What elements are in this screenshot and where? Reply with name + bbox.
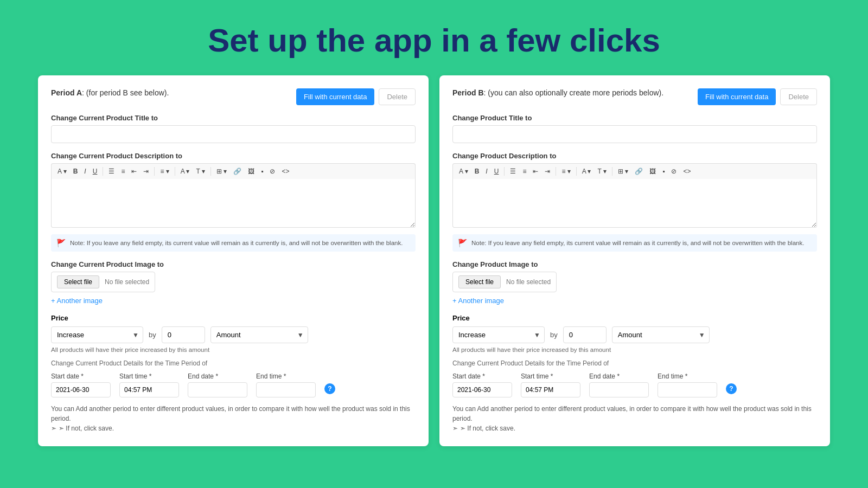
toolbar-ul-b[interactable]: ☰ <box>507 166 519 177</box>
toolbar-ol-a[interactable]: ≡ <box>118 166 127 177</box>
panel-a-buttons: Fill with current data Delete <box>296 88 416 105</box>
date-row-a: Start date * Start time * End date * End… <box>51 373 416 397</box>
desc-textarea-b[interactable] <box>452 179 817 228</box>
panel-b: Period B: (you can also optionally creat… <box>439 75 830 446</box>
flag-icon-b: 🚩 <box>458 239 467 247</box>
toolbar-indent-a[interactable]: ⇥ <box>141 166 151 177</box>
by-label-a: by <box>149 331 156 339</box>
title-section-b: Change Product Title to <box>452 114 817 143</box>
start-date-field-b: Start date * <box>452 373 512 397</box>
editor-toolbar-a: A ▾ B I U ☰ ≡ ⇤ ⇥ ≡ ▾ A ▾ T ▾ ⊞ ▾ 🔗 🖼 ▪ … <box>51 163 416 179</box>
toolbar-italic-b[interactable]: I <box>483 166 490 177</box>
end-time-field-a: End time * <box>256 373 316 397</box>
start-time-input-b[interactable] <box>521 382 580 397</box>
desc-textarea-a[interactable] <box>51 179 416 228</box>
fill-current-data-button-b[interactable]: Fill with current data <box>698 88 776 105</box>
increase-dropdown-wrapper-b: Increase ▼ <box>452 326 545 343</box>
toolbar-highlight-b[interactable]: T ▾ <box>595 166 609 177</box>
toolbar-font-b[interactable]: A ▾ <box>456 166 471 177</box>
delete-button-b[interactable]: Delete <box>780 88 817 105</box>
end-date-input-b[interactable] <box>589 382 649 397</box>
end-time-input-a[interactable] <box>256 382 316 397</box>
toolbar-link-a[interactable]: 🔗 <box>231 166 244 177</box>
toolbar-bold-a[interactable]: B <box>71 166 81 177</box>
toolbar-highlight-a[interactable]: T ▾ <box>193 166 207 177</box>
page-header: Set up the app in a few clicks <box>0 0 868 75</box>
end-date-label-a: End date * <box>188 373 247 380</box>
toolbar-color-a[interactable]: A ▾ <box>178 166 193 177</box>
add-image-link-b[interactable]: + Another image <box>452 297 504 305</box>
toolbar-underline-a[interactable]: U <box>90 166 100 177</box>
toolbar-clear-a[interactable]: ⊘ <box>267 166 278 177</box>
toolbar-code-a[interactable]: <> <box>279 166 292 177</box>
sep1-a <box>103 167 103 176</box>
toolbar-align-a[interactable]: ≡ ▾ <box>157 166 171 177</box>
toolbar-indent-b[interactable]: ⇥ <box>542 166 553 177</box>
toolbar-clear-b[interactable]: ⊘ <box>668 166 679 177</box>
end-time-input-b[interactable] <box>658 382 717 397</box>
price-label-b: Price <box>452 314 817 322</box>
panel-b-header: Period B: (you can also optionally creat… <box>452 88 817 105</box>
note-text-a: Note: If you leave any field empty, its … <box>70 239 403 247</box>
price-amount-input-b[interactable] <box>563 326 607 343</box>
start-time-field-b: Start time * <box>521 373 580 397</box>
image-label-a: Change Current Product Image to <box>51 260 416 268</box>
toolbar-outdent-a[interactable]: ⇤ <box>129 166 139 177</box>
price-amount-input-a[interactable] <box>162 326 205 343</box>
amount-select-a[interactable]: Amount <box>210 326 308 343</box>
toolbar-underline-b[interactable]: U <box>492 166 502 177</box>
toolbar-bold-b[interactable]: B <box>472 166 482 177</box>
toolbar-media-a[interactable]: ▪ <box>258 166 266 177</box>
title-label-a: Change Current Product Title to <box>51 114 416 122</box>
file-input-row-b: Select file No file selected <box>452 272 557 292</box>
file-input-row-a: Select file No file selected <box>51 272 155 292</box>
start-time-input-a[interactable] <box>119 382 179 397</box>
price-note-b: All products will have their price incre… <box>452 346 817 353</box>
increase-select-b[interactable]: Increase <box>452 326 545 343</box>
start-date-input-b[interactable] <box>452 382 512 397</box>
toolbar-table-a[interactable]: ⊞ ▾ <box>214 166 229 177</box>
title-input-b[interactable] <box>452 125 817 143</box>
toolbar-outdent-b[interactable]: ⇤ <box>530 166 541 177</box>
help-icon-b[interactable]: ? <box>726 383 737 394</box>
toolbar-font-a[interactable]: A ▾ <box>55 166 69 177</box>
toolbar-image-b[interactable]: 🖼 <box>647 166 659 177</box>
toolbar-ul-a[interactable]: ☰ <box>106 166 117 177</box>
price-section-b: Price Increase ▼ by Amount ▼ All produc <box>452 314 817 353</box>
start-date-label-a: Start date * <box>51 373 111 380</box>
time-period-section-a: Change Current Product Details for the T… <box>51 359 416 397</box>
time-period-label-a: Change Current Product Details for the T… <box>51 359 416 367</box>
add-image-link-a[interactable]: + Another image <box>51 297 103 305</box>
price-label-a: Price <box>51 314 416 322</box>
select-file-button-a[interactable]: Select file <box>57 275 99 288</box>
help-icon-a[interactable]: ? <box>324 383 335 394</box>
toolbar-code-b[interactable]: <> <box>680 166 693 177</box>
toolbar-color-b[interactable]: A ▾ <box>579 166 594 177</box>
by-label-b: by <box>550 331 558 339</box>
increase-select-a[interactable]: Increase <box>51 326 143 343</box>
delete-button-a[interactable]: Delete <box>379 88 416 105</box>
start-date-input-a[interactable] <box>51 382 111 397</box>
date-row-b: Start date * Start time * End date * End… <box>452 373 817 397</box>
select-file-button-b[interactable]: Select file <box>458 275 501 288</box>
no-file-text-b: No file selected <box>506 278 551 286</box>
toolbar-media-b[interactable]: ▪ <box>660 166 667 177</box>
toolbar-align-b[interactable]: ≡ ▾ <box>559 166 573 177</box>
sep2-b <box>556 167 556 176</box>
period-a-title: Period A: (for period B see below). <box>51 88 169 97</box>
start-time-label-a: Start time * <box>119 373 179 380</box>
amount-dropdown-wrapper-a: Amount ▼ <box>210 326 308 343</box>
increase-dropdown-wrapper-a: Increase ▼ <box>51 326 143 343</box>
fill-current-data-button-a[interactable]: Fill with current data <box>296 88 374 105</box>
toolbar-ol-b[interactable]: ≡ <box>520 166 529 177</box>
toolbar-table-b[interactable]: ⊞ ▾ <box>615 166 631 177</box>
toolbar-link-b[interactable]: 🔗 <box>632 166 646 177</box>
no-file-text-a: No file selected <box>105 278 149 286</box>
start-date-label-b: Start date * <box>452 373 512 380</box>
end-date-field-b: End date * <box>589 373 649 397</box>
end-date-input-a[interactable] <box>188 382 247 397</box>
toolbar-italic-a[interactable]: I <box>81 166 88 177</box>
title-input-a[interactable] <box>51 125 416 143</box>
toolbar-image-a[interactable]: 🖼 <box>245 166 257 177</box>
amount-select-b[interactable]: Amount <box>612 326 710 343</box>
